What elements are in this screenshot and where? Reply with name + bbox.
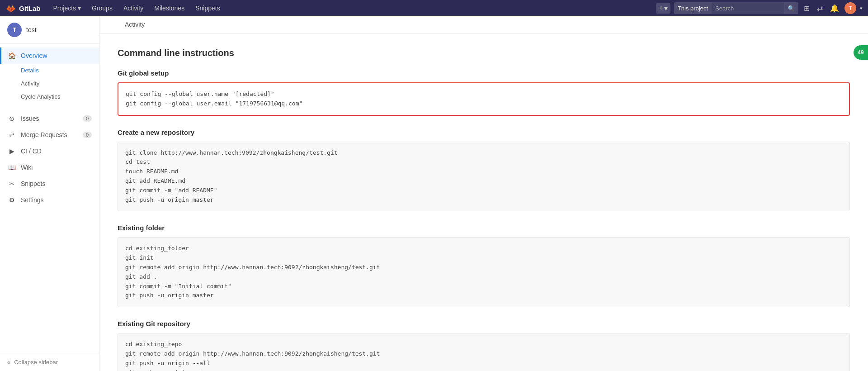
dropdown-arrow-icon: ▾ bbox=[664, 4, 668, 13]
issues-icon: ⊙ bbox=[7, 114, 16, 123]
merge-icon: ⇄ bbox=[817, 4, 823, 13]
sidebar-item-snippets[interactable]: ✂ Snippets bbox=[0, 176, 99, 192]
code-text-existing-git-repo: cd existing_repo git remote add origin h… bbox=[125, 340, 842, 371]
merge-request-button[interactable]: ⇄ bbox=[815, 2, 825, 14]
ci-cd-icon: ▶ bbox=[7, 147, 16, 156]
sidebar-overview-label: Overview bbox=[21, 52, 92, 59]
notifications-button[interactable]: 🔔 bbox=[828, 2, 841, 14]
collapse-icon: « bbox=[7, 359, 10, 366]
sidebar: T test 🏠 Overview Details Activity Cycle… bbox=[0, 16, 99, 371]
nav-projects[interactable]: Projects ▾ bbox=[48, 0, 86, 16]
settings-icon: ⚙ bbox=[7, 195, 16, 205]
sidebar-toggle-button[interactable]: ⊞ bbox=[802, 2, 811, 14]
sidebar-icon: ⊞ bbox=[804, 4, 810, 13]
section-new-repo: Create a new repository git clone http:/… bbox=[118, 128, 850, 212]
sidebar-item-merge-requests[interactable]: ⇄ Merge Requests 0 bbox=[0, 127, 99, 143]
sidebar-user-initials: T bbox=[13, 26, 17, 33]
nav-snippets[interactable]: Snippets bbox=[190, 0, 225, 16]
sidebar-sub-cycle-analytics[interactable]: Cycle Analytics bbox=[0, 90, 99, 103]
sidebar-main-section: ⊙ Issues 0 ⇄ Merge Requests 0 ▶ CI / CD … bbox=[0, 107, 99, 212]
code-text-existing-folder: cd existing_folder git init git remote a… bbox=[125, 244, 842, 300]
avatar-initials: T bbox=[849, 5, 852, 11]
sidebar-merge-requests-label: Merge Requests bbox=[21, 131, 83, 138]
navbar: GitLab Projects ▾ Groups Activity Milest… bbox=[0, 0, 868, 16]
code-text-global-setup: git config --global user.name "[redacted… bbox=[126, 90, 842, 109]
sidebar-settings-label: Settings bbox=[21, 196, 92, 204]
bell-icon: 🔔 bbox=[830, 4, 839, 13]
plus-icon: + bbox=[659, 4, 663, 12]
sidebar-sub-activity[interactable]: Activity bbox=[0, 77, 99, 90]
nav-milestones[interactable]: Milestones bbox=[149, 0, 190, 16]
section-global-setup-title: Git global setup bbox=[118, 69, 850, 77]
section-existing-folder: Existing folder cd existing_folder git i… bbox=[118, 224, 850, 307]
issues-badge: 0 bbox=[83, 115, 92, 122]
nav-groups[interactable]: Groups bbox=[86, 0, 118, 16]
code-text-new-repo: git clone http://www.hannan.tech:9092/zh… bbox=[125, 148, 842, 205]
sidebar-item-issues[interactable]: ⊙ Issues 0 bbox=[0, 110, 99, 127]
sidebar-item-ci-cd[interactable]: ▶ CI / CD bbox=[0, 143, 99, 159]
wiki-icon: 📖 bbox=[7, 163, 16, 172]
sidebar-item-wiki[interactable]: 📖 Wiki bbox=[0, 159, 99, 176]
sidebar-user: T test bbox=[0, 16, 99, 44]
merge-requests-badge: 0 bbox=[83, 132, 92, 138]
search-icon: 🔍 bbox=[788, 5, 795, 12]
sidebar-sub-details[interactable]: Details bbox=[0, 64, 99, 77]
section-existing-git-repo-title: Existing Git repository bbox=[118, 320, 850, 328]
tab-activity[interactable]: Activity bbox=[118, 16, 152, 33]
merge-requests-icon: ⇄ bbox=[7, 130, 16, 139]
nav-activity[interactable]: Activity bbox=[118, 0, 149, 16]
main-content: Command line instructions Git global set… bbox=[99, 16, 868, 371]
snippets-icon: ✂ bbox=[7, 179, 16, 188]
code-block-existing-folder: cd existing_folder git init git remote a… bbox=[118, 237, 850, 307]
gitlab-logo-icon bbox=[5, 3, 16, 14]
user-avatar[interactable]: T bbox=[844, 2, 856, 14]
navbar-right: + ▾ This project 🔍 ⊞ ⇄ 🔔 T ▾ bbox=[656, 2, 863, 14]
sidebar-issues-label: Issues bbox=[21, 115, 83, 122]
notification-count: 49 bbox=[858, 49, 863, 56]
new-resource-button[interactable]: + ▾ bbox=[656, 3, 670, 14]
page-title: Command line instructions bbox=[118, 48, 850, 58]
section-existing-folder-title: Existing folder bbox=[118, 224, 850, 232]
home-icon: 🏠 bbox=[7, 51, 16, 60]
section-global-setup: Git global setup git config --global use… bbox=[118, 69, 850, 116]
sidebar-user-name: test bbox=[26, 26, 37, 33]
sidebar-wiki-label: Wiki bbox=[21, 164, 92, 171]
code-block-existing-git-repo: cd existing_repo git remote add origin h… bbox=[118, 333, 850, 371]
notification-bubble[interactable]: 49 bbox=[854, 45, 868, 60]
section-new-repo-title: Create a new repository bbox=[118, 128, 850, 136]
sidebar-item-overview[interactable]: 🏠 Overview bbox=[0, 48, 99, 64]
sidebar-snippets-label: Snippets bbox=[21, 180, 92, 187]
navbar-brand[interactable]: GitLab bbox=[5, 3, 41, 14]
sidebar-user-avatar: T bbox=[7, 23, 22, 37]
sidebar-item-settings[interactable]: ⚙ Settings bbox=[0, 192, 99, 208]
sidebar-overview-section: 🏠 Overview Details Activity Cycle Analyt… bbox=[0, 44, 99, 107]
user-dropdown-arrow-icon: ▾ bbox=[860, 5, 863, 11]
top-tabs: Activity bbox=[99, 16, 868, 33]
code-block-global-setup: git config --global user.name "[redacted… bbox=[118, 82, 850, 116]
navbar-nav: Projects ▾ Groups Activity Milestones Sn… bbox=[48, 0, 656, 16]
search-button[interactable]: 🔍 bbox=[784, 2, 798, 14]
search-scope-label: This project bbox=[674, 2, 712, 14]
navbar-brand-label: GitLab bbox=[19, 5, 41, 12]
sidebar-ci-cd-label: CI / CD bbox=[21, 147, 92, 155]
section-existing-git-repo: Existing Git repository cd existing_repo… bbox=[118, 320, 850, 371]
content-area: Command line instructions Git global set… bbox=[118, 48, 850, 371]
collapse-label: Collapse sidebar bbox=[14, 359, 58, 366]
search-input[interactable] bbox=[712, 2, 784, 14]
code-block-new-repo: git clone http://www.hannan.tech:9092/zh… bbox=[118, 142, 850, 212]
collapse-sidebar-button[interactable]: « Collapse sidebar bbox=[0, 353, 99, 371]
